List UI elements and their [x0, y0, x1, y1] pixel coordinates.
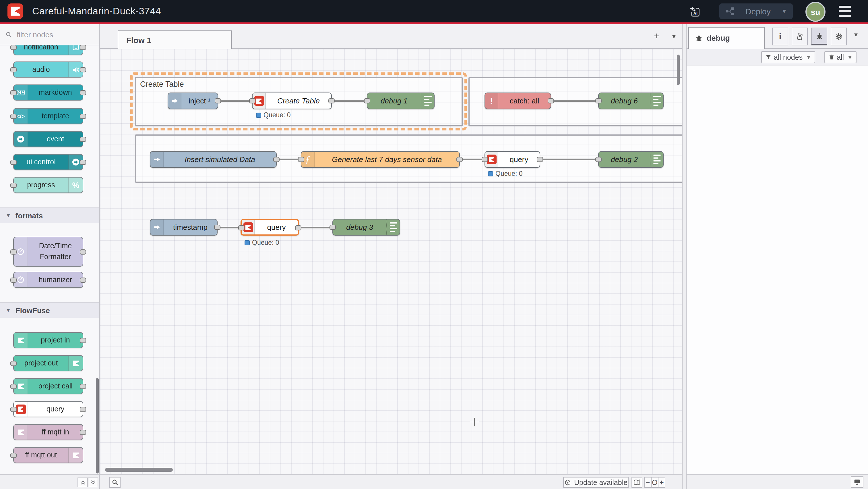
output-port[interactable] [273, 156, 280, 162]
input-port[interactable] [10, 90, 17, 95]
input-port[interactable] [298, 156, 304, 162]
palette-category-flowfuse[interactable]: ▼ FlowFuse [0, 302, 99, 318]
flow-canvas[interactable]: Create Table [100, 49, 682, 474]
input-port[interactable] [10, 277, 17, 282]
node-debug-6[interactable]: debug 6 [598, 92, 663, 109]
palette-scroll-area[interactable]: notification audio [0, 24, 99, 474]
zoom-out-button[interactable]: − [644, 477, 652, 488]
palette-node-audio[interactable]: audio [13, 61, 83, 78]
sidebar-tab-debug[interactable]: debug [688, 27, 765, 49]
input-port[interactable] [595, 156, 601, 162]
palette-node-ff-mqtt-in[interactable]: ff mqtt in [13, 424, 83, 440]
input-port[interactable] [238, 225, 245, 230]
palette-node-progress[interactable]: progress % [13, 177, 83, 193]
input-port[interactable] [10, 361, 17, 366]
palette-node-humanizer[interactable]: humanizer [13, 272, 83, 288]
node-debug-2[interactable]: debug 2 [598, 151, 663, 168]
update-available-button[interactable]: Update available [563, 477, 629, 488]
input-port[interactable] [10, 67, 17, 72]
input-port[interactable] [249, 98, 255, 103]
palette-scrollbar[interactable] [96, 378, 99, 473]
node-debug-3[interactable]: debug 3 [332, 219, 400, 236]
sidebar-menu-caret-icon[interactable]: ▼ [853, 32, 859, 38]
canvas-horizontal-scrollbar[interactable] [105, 468, 173, 472]
flow-list-caret-icon[interactable]: ▼ [669, 29, 679, 43]
node-inject-1[interactable]: inject ¹ [167, 92, 218, 109]
input-port[interactable] [10, 114, 17, 119]
output-port[interactable] [295, 225, 301, 230]
palette-category-formats[interactable]: ▼ formats [0, 207, 99, 223]
palette-node-template[interactable]: </> template [13, 108, 83, 124]
user-avatar[interactable]: su [805, 2, 826, 22]
input-port[interactable] [364, 98, 370, 103]
palette-node-event[interactable]: event [13, 131, 83, 147]
sidebar-tab-info[interactable]: i [772, 28, 788, 46]
debug-filter-button[interactable]: all nodes ▼ [761, 51, 815, 63]
palette-node-project-call[interactable]: project call [13, 378, 83, 394]
output-port[interactable] [80, 137, 86, 142]
tab-flow-1[interactable]: Flow 1 [118, 30, 232, 49]
palette-node-datetime-formatter[interactable]: Date/Time Formatter [13, 237, 83, 267]
node-query-2[interactable]: query [485, 151, 540, 168]
output-port[interactable] [537, 156, 543, 162]
output-port[interactable] [80, 67, 86, 72]
node-insert-simulated-data[interactable]: Insert simulated Data [150, 151, 277, 168]
collapse-all-button[interactable] [78, 478, 88, 487]
output-port[interactable] [80, 114, 86, 119]
input-port[interactable] [10, 182, 17, 188]
ai-assistant-icon[interactable]: AI [687, 4, 703, 19]
output-port[interactable] [80, 90, 86, 95]
output-port[interactable] [80, 383, 86, 389]
output-port[interactable] [329, 98, 335, 103]
input-port[interactable] [10, 383, 17, 389]
palette-node-project-out[interactable]: project out [13, 355, 83, 371]
sidebar-tab-debug-messages[interactable] [811, 28, 827, 46]
palette-filter[interactable]: filter nodes [0, 24, 99, 46]
node-create-table[interactable]: Create Table [252, 92, 332, 109]
output-port[interactable] [548, 98, 554, 103]
flowfuse-logo-icon[interactable] [7, 3, 23, 19]
navigator-map-button[interactable] [631, 477, 642, 488]
node-catch-all[interactable]: ! catch: all [485, 92, 551, 109]
node-timestamp[interactable]: timestamp [150, 219, 218, 236]
debug-clear-button[interactable]: all ▼ [824, 51, 857, 63]
main-menu-icon[interactable] [839, 6, 851, 17]
input-port[interactable] [10, 406, 17, 412]
node-generate-sensor-data[interactable]: ƒ Generate last 7 days sensor data [301, 151, 460, 168]
sidebar-splitter[interactable] [682, 24, 687, 489]
deploy-button[interactable]: Deploy ▼ [719, 3, 793, 19]
output-port[interactable] [215, 98, 221, 103]
palette-node-markdown[interactable]: markdown [13, 84, 83, 100]
palette-node-ff-mqtt-out[interactable]: ff mqtt out [13, 447, 83, 463]
debug-message-list[interactable] [687, 65, 868, 474]
node-debug-1[interactable]: debug 1 [367, 92, 435, 109]
output-port[interactable] [456, 156, 463, 162]
input-port[interactable] [330, 224, 336, 230]
add-flow-button[interactable]: + [650, 29, 663, 43]
deploy-caret-icon[interactable]: ▼ [781, 8, 787, 15]
output-port[interactable] [80, 430, 86, 435]
output-port[interactable] [80, 160, 86, 165]
input-port[interactable] [482, 156, 488, 162]
zoom-reset-button[interactable]: O [651, 477, 658, 488]
input-port[interactable] [10, 160, 17, 165]
canvas-search-button[interactable] [109, 477, 121, 488]
input-port[interactable] [10, 453, 17, 458]
palette-node-project-in[interactable]: project in [13, 332, 83, 348]
output-port[interactable] [80, 338, 86, 343]
output-port[interactable] [214, 224, 220, 230]
expand-all-button[interactable] [88, 478, 98, 487]
input-port[interactable] [595, 98, 601, 103]
output-port[interactable] [80, 277, 86, 282]
canvas-vertical-scrollbar[interactable] [677, 55, 680, 85]
node-query-selected[interactable]: query [241, 219, 299, 236]
zoom-in-button[interactable]: + [658, 477, 665, 488]
output-port[interactable] [80, 249, 86, 255]
palette-node-query[interactable]: query [13, 401, 83, 417]
input-port[interactable] [10, 249, 17, 255]
open-console-button[interactable] [851, 477, 863, 488]
output-port[interactable] [80, 406, 86, 412]
sidebar-tab-config[interactable] [831, 28, 847, 46]
palette-node-ui-control[interactable]: ui control [13, 154, 83, 170]
sidebar-tab-help[interactable] [792, 28, 808, 46]
